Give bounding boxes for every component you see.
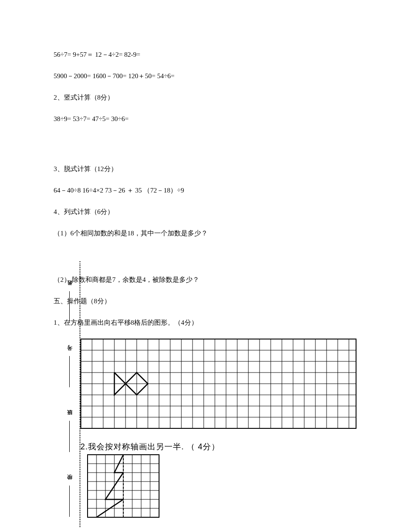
- content-area: 56÷7= 9+57＝ 12－4÷2= 82-9= 5900－2000= 160…: [54, 49, 357, 521]
- q4-sub1: （1）6个相同加数的和是18，其中一个加数是多少？: [54, 228, 357, 239]
- q2-expressions: 38÷9= 53÷7= 47÷5= 30÷6=: [54, 113, 357, 124]
- q5-sub2-text: 2.我会按对称轴画出另一半. （ 4分）: [80, 440, 220, 453]
- gutter-label-school: 学校: [66, 473, 75, 527]
- symmetry-grid: [87, 454, 163, 521]
- arith-line-1: 56÷7= 9+57＝ 12－4÷2= 82-9=: [54, 49, 357, 60]
- q4-title: 4、列式计算（6分）: [54, 206, 357, 217]
- gutter-label-examno: 考号: [66, 344, 75, 398]
- gutter-label-name: 姓名: [66, 279, 75, 333]
- q3-title: 3、脱式计算（12分）: [54, 163, 357, 174]
- q4-sub2-wrap: （2） 除数和商都是7，余数是4，被除数是多少？ 五、操作题（8分） 1、在方格…: [54, 274, 357, 521]
- arith-line-2: 5900－2000= 1600－700= 120＋50= 54÷6=: [54, 71, 357, 81]
- binding-gutter: 姓名 考号 班级 学校: [66, 261, 84, 527]
- gutter-label-class: 班级: [66, 409, 75, 462]
- page: 56÷7= 9+57＝ 12－4÷2= 82-9= 5900－2000= 160…: [0, 0, 411, 532]
- q3-expressions: 64－40÷8 16÷4×2 73－26 ＋ 35 （72－18）÷9: [54, 185, 357, 196]
- q2-title: 2、竖式计算（8分）: [54, 92, 357, 103]
- q5-sub1: 1、在方格里画出向右平移8格后的图形。（4分）: [54, 317, 357, 328]
- translate-grid: [80, 339, 357, 432]
- q4-sub2: （2） 除数和商都是7，余数是4，被除数是多少？: [54, 274, 357, 285]
- q5-title: 五、操作题（8分）: [54, 296, 357, 306]
- q5-sub2-row: 2.我会按对称轴画出另一半. （ 4分）: [80, 440, 357, 453]
- gutter-dotted-line: [80, 261, 80, 527]
